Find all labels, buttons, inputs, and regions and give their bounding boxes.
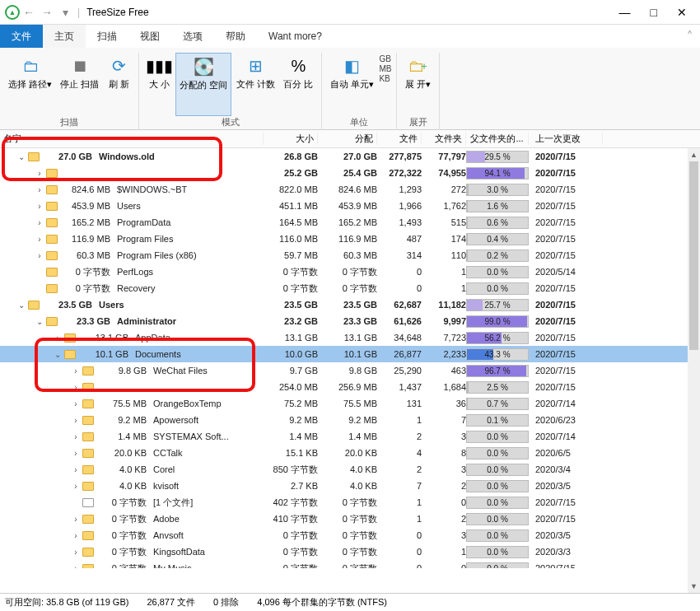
chevron-icon[interactable]: › — [71, 564, 81, 569]
cell-size: 0 字节数 — [264, 562, 318, 569]
tree-row[interactable]: ›60.3 MBProgram Files (x86)59.7 MB60.3 M… — [0, 247, 700, 264]
chevron-icon[interactable]: ⌄ — [53, 350, 63, 359]
tree-row[interactable]: ›13.1 GBAppData13.1 GB13.1 GB34,6487,723… — [0, 329, 700, 346]
chevron-icon[interactable]: ⌄ — [16, 301, 26, 310]
chevron-icon[interactable]: › — [71, 416, 81, 425]
tree-row[interactable]: ›1.4 MBSYSTEMAX Soft...1.4 MB1.4 MB230.0… — [0, 428, 700, 445]
percent-bar: 0.1 % — [466, 414, 529, 427]
chevron-icon[interactable]: ⌄ — [35, 317, 44, 326]
row-size-label: 27.0 GB — [41, 152, 92, 161]
cell-size: 164.5 MB — [264, 217, 318, 227]
col-size[interactable]: 大小 — [264, 133, 318, 145]
col-alloc[interactable]: 分配 — [318, 133, 377, 145]
tree-row[interactable]: ›453.9 MBUsers451.1 MB453.9 MB1,9661,762… — [0, 198, 700, 214]
cell-files: 4 — [377, 448, 422, 458]
tree-row[interactable]: ⌄27.0 GBWindows.old26.8 GB27.0 GB277,875… — [0, 148, 700, 165]
chevron-icon[interactable]: › — [35, 218, 44, 227]
col-folders[interactable]: 文件夹 — [422, 133, 466, 145]
tab-scan[interactable]: 扫描 — [86, 25, 128, 48]
tree-row[interactable]: ›4.0 KBCorel850 字节数4.0 KB230.0 %2020/3/4 — [0, 461, 700, 478]
tree-row[interactable]: ›25.2 GB25.4 GB272,32274,95594.1 %2020/7… — [0, 165, 700, 181]
chevron-icon[interactable]: › — [35, 169, 44, 178]
chevron-icon[interactable]: › — [71, 482, 81, 491]
tree-row[interactable]: ›9.2 MBApowersoft9.2 MB9.2 MB170.1 %2020… — [0, 412, 700, 428]
chevron-icon[interactable]: › — [71, 465, 81, 474]
folder-icon — [82, 515, 94, 524]
col-date[interactable]: 上一次更改 — [529, 133, 603, 145]
chevron-icon[interactable]: ⌄ — [16, 152, 26, 161]
chevron-icon[interactable]: › — [71, 531, 81, 540]
cell-date: 2020/3/4 — [529, 464, 603, 474]
expand-button[interactable]: 🗀＋展 开▾ — [402, 53, 434, 116]
tree-row[interactable]: ⌄23.3 GBAdministrator23.2 GB23.3 GB61,62… — [0, 313, 700, 329]
col-percent[interactable]: 父文件夹的... — [466, 133, 529, 145]
chevron-icon[interactable]: › — [71, 449, 81, 458]
auto-unit-button[interactable]: ◧自动 单元▾ — [327, 53, 377, 116]
tree-row[interactable]: ›0 字节数Adobe410 字节数0 字节数120.0 %2020/7/15 — [0, 511, 700, 527]
tree-row[interactable]: ›165.2 MBProgramData164.5 MB165.2 MB1,49… — [0, 214, 700, 231]
tree-row[interactable]: ›9.8 GBWeChat Files9.7 GB9.8 GB25,290463… — [0, 362, 700, 379]
row-size-label: 20.0 KB — [96, 448, 147, 458]
row-size-label: 0 字节数 — [96, 513, 147, 525]
col-name[interactable]: 名字 — [0, 133, 264, 145]
unit-list[interactable]: GBMBKB — [379, 54, 391, 116]
maximize-button[interactable]: □ — [651, 6, 657, 19]
chevron-icon[interactable]: › — [71, 399, 81, 408]
tree-row[interactable]: ›4.0 KBkvisoft2.7 KB4.0 KB720.0 %2020/3/… — [0, 478, 700, 494]
tab-file[interactable]: 文件 — [0, 25, 43, 48]
tree-row[interactable]: ⌄23.5 GBUsers23.5 GB23.5 GB62,68711,1822… — [0, 296, 700, 313]
tree-row[interactable]: 0 字节数[1 个文件]402 字节数0 字节数100.0 %2020/7/15 — [0, 494, 700, 511]
tree-row[interactable]: ›20.0 KBCCTalk15.1 KB20.0 KB480.0 %2020/… — [0, 445, 700, 461]
tree-row[interactable]: ›254.0 MB256.9 MB1,4371,6842.5 %2020/7/1… — [0, 379, 700, 395]
tree-row[interactable]: 0 字节数Recovery0 字节数0 字节数010.0 %2020/7/15 — [0, 280, 700, 296]
mode-count-button[interactable]: ⊞文件 计数 — [233, 53, 278, 116]
dropdown-button[interactable]: ▾ — [56, 6, 74, 19]
chevron-icon[interactable]: › — [35, 202, 44, 211]
vertical-scrollbar[interactable]: ▲ ▼ — [688, 148, 700, 593]
cell-alloc: 9.8 GB — [318, 366, 377, 375]
tab-view[interactable]: 视图 — [128, 25, 171, 48]
cell-alloc: 23.5 GB — [318, 300, 377, 310]
percent-bar: 0.0 % — [466, 497, 529, 509]
chevron-icon[interactable]: › — [71, 383, 81, 392]
tree-row[interactable]: ›0 字节数Anvsoft0 字节数0 字节数030.0 %2020/3/5 — [0, 527, 700, 543]
tab-home[interactable]: 主页 — [43, 25, 86, 48]
cell-alloc: 453.9 MB — [318, 201, 377, 211]
collapse-ribbon-icon[interactable]: ^ — [688, 30, 692, 39]
tree-row[interactable]: ›116.9 MBProgram Files116.0 MB116.9 MB48… — [0, 231, 700, 247]
cell-files: 25,290 — [377, 366, 422, 375]
back-button[interactable]: ← — [20, 6, 38, 19]
cell-folders: 7,723 — [422, 333, 466, 343]
chevron-icon[interactable]: › — [35, 235, 44, 244]
tab-more[interactable]: Want more? — [257, 25, 334, 48]
close-button[interactable]: ✕ — [677, 6, 687, 19]
scroll-up-icon[interactable]: ▲ — [688, 148, 700, 161]
scroll-down-icon[interactable]: ▼ — [688, 580, 700, 593]
tree-row[interactable]: ›75.5 MBOrangeBoxTemp75.2 MB75.5 MB13136… — [0, 395, 700, 412]
chevron-icon[interactable]: › — [35, 185, 44, 194]
refresh-button[interactable]: ⟳刷 新 — [104, 53, 133, 116]
chevron-icon[interactable]: › — [71, 515, 81, 524]
tree-row[interactable]: 0 字节数PerfLogs0 字节数0 字节数010.0 %2020/5/14 — [0, 264, 700, 280]
chevron-icon[interactable]: › — [71, 366, 81, 375]
mode-percent-button[interactable]: %百分 比 — [280, 53, 316, 116]
select-path-button[interactable]: 🗀选择 路径▾ — [5, 53, 55, 116]
chevron-icon[interactable]: › — [35, 251, 44, 260]
tab-options[interactable]: 选项 — [171, 25, 214, 48]
scroll-thumb[interactable] — [689, 161, 698, 350]
chevron-icon[interactable]: › — [53, 333, 63, 343]
chevron-icon[interactable]: › — [71, 432, 81, 441]
col-files[interactable]: 文件 — [377, 133, 422, 145]
cell-folders: 1 — [422, 283, 466, 293]
tree-row[interactable]: ›0 字节数KingsoftData0 字节数0 字节数010.0 %2020/… — [0, 543, 700, 560]
tab-help[interactable]: 帮助 — [214, 25, 257, 48]
minimize-button[interactable]: — — [619, 6, 631, 19]
mode-allocated-button[interactable]: 💽分配的 空间 — [175, 53, 231, 116]
tree-row[interactable]: ›0 字节数My Music0 字节数0 字节数000.0 %2020/7/15 — [0, 560, 700, 568]
tree-row[interactable]: ›824.6 MB$WINDOWS.~BT822.0 MB824.6 MB1,2… — [0, 181, 700, 198]
tree-row[interactable]: ⌄10.1 GBDocuments10.0 GB10.1 GB26,8772,2… — [0, 346, 700, 362]
mode-size-button[interactable]: ▮▮▮大 小 — [144, 53, 174, 116]
stop-scan-button[interactable]: ⏹停止 扫描 — [57, 53, 102, 116]
chevron-icon[interactable]: › — [71, 548, 81, 557]
forward-button[interactable]: → — [38, 6, 56, 19]
